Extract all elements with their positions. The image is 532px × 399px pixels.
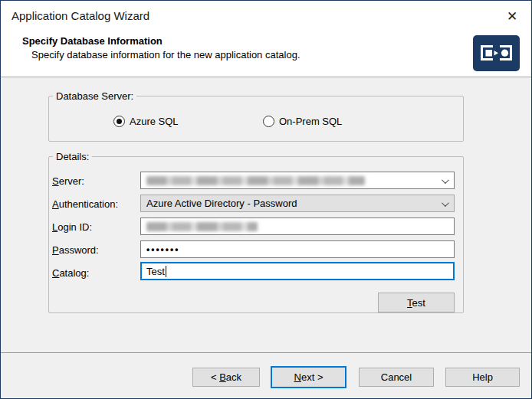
cancel-button-label: Cancel	[381, 371, 412, 383]
server-value-redacted	[146, 176, 365, 185]
chevron-down-icon[interactable]	[442, 176, 449, 184]
chevron-down-icon[interactable]	[442, 199, 449, 207]
footer-divider	[1, 352, 531, 353]
test-button-label: Test	[407, 297, 425, 309]
server-combobox[interactable]	[140, 172, 455, 189]
text-caret	[166, 266, 166, 277]
close-button[interactable]: ✕	[499, 3, 525, 29]
catalog-label: Catalog:	[52, 267, 89, 279]
wizard-header: Specify Database Information Specify dat…	[1, 31, 531, 77]
catalog-value: Test	[146, 266, 165, 277]
radio-azure-sql[interactable]: Azure SQL	[113, 116, 179, 127]
password-input[interactable]: •••••••	[140, 240, 455, 258]
close-icon: ✕	[507, 8, 517, 25]
server-label: Server:	[52, 175, 84, 187]
radio-onprem-sql[interactable]: On-Prem SQL	[263, 116, 342, 127]
app-catalog-logo-icon	[473, 35, 520, 71]
test-button[interactable]: Test	[378, 293, 455, 312]
radio-onprem-sql-circle[interactable]	[263, 116, 274, 127]
back-button[interactable]: < Back	[192, 368, 260, 387]
login-id-label: Login ID:	[52, 221, 92, 233]
application-catalog-wizard-window: Application Catalog Wizard ✕ Specify Dat…	[0, 0, 532, 399]
password-masked-value: •••••••	[146, 244, 179, 255]
password-label: Password:	[52, 244, 99, 256]
page-title: Specify Database Information	[22, 35, 163, 47]
catalog-input[interactable]: Test	[140, 262, 455, 280]
login-id-input[interactable]	[140, 217, 455, 235]
radio-onprem-sql-label: On-Prem SQL	[279, 116, 342, 127]
title-bar: Application Catalog Wizard ✕	[1, 1, 531, 31]
authentication-label: Authentication:	[52, 198, 118, 210]
authentication-selected-value: Azure Active Directory - Password	[146, 198, 297, 209]
page-subtitle: Specify database information for the new…	[31, 49, 300, 61]
details-group-label: Details:	[53, 151, 92, 162]
login-id-value-redacted	[146, 222, 258, 231]
database-server-group-label: Database Server:	[53, 90, 136, 102]
next-button-label: Next >	[294, 371, 323, 383]
cancel-button[interactable]: Cancel	[359, 368, 434, 387]
window-title: Application Catalog Wizard	[11, 9, 149, 22]
help-button-label: Help	[472, 371, 493, 383]
authentication-dropdown[interactable]: Azure Active Directory - Password	[140, 195, 455, 212]
radio-azure-sql-label: Azure SQL	[130, 116, 179, 127]
next-button[interactable]: Next >	[271, 366, 346, 388]
radio-azure-sql-circle[interactable]	[113, 116, 125, 127]
database-server-group: Database Server: Azure SQL On-Prem SQL	[48, 96, 464, 142]
help-button[interactable]: Help	[445, 368, 520, 387]
back-button-label: < Back	[211, 371, 241, 383]
